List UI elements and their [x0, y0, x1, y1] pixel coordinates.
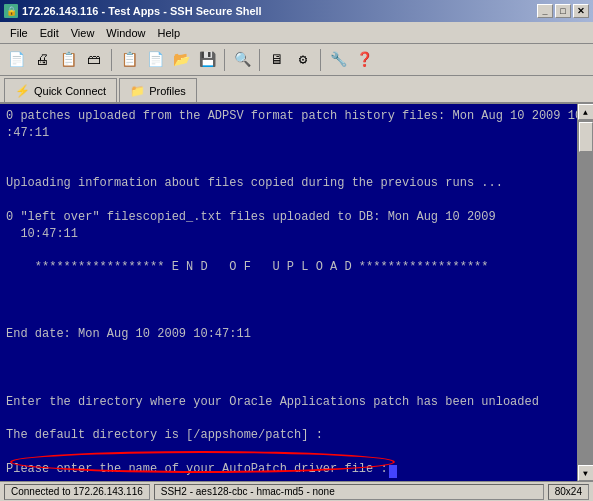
- tab-profiles-label: Profiles: [149, 85, 186, 97]
- terminal-output[interactable]: 0 patches uploaded from the ADPSV format…: [0, 104, 577, 481]
- cursor: [389, 465, 397, 478]
- scrollbar: ▲ ▼: [577, 104, 593, 481]
- minimize-button[interactable]: _: [537, 4, 553, 18]
- scroll-track[interactable]: [578, 120, 594, 465]
- status-connection: Connected to 172.26.143.116: [4, 484, 150, 500]
- toolbar-icon11[interactable]: 🖥: [265, 48, 289, 72]
- toolbar-sep1: [111, 49, 112, 71]
- menu-help[interactable]: Help: [151, 25, 186, 41]
- toolbar-copy[interactable]: 📋: [117, 48, 141, 72]
- toolbar-icon3[interactable]: 📋: [56, 48, 80, 72]
- tab-profiles[interactable]: 📁 Profiles: [119, 78, 197, 102]
- app-icon: 🔒: [4, 4, 18, 18]
- tab-quick-connect-label: Quick Connect: [34, 85, 106, 97]
- toolbar-icon4[interactable]: 🗃: [82, 48, 106, 72]
- menu-window[interactable]: Window: [100, 25, 151, 41]
- menu-view[interactable]: View: [65, 25, 101, 41]
- toolbar-find[interactable]: 🔍: [230, 48, 254, 72]
- profiles-icon: 📁: [130, 84, 145, 98]
- window-title: 172.26.143.116 - Test Apps - SSH Secure …: [22, 5, 262, 17]
- scroll-down-button[interactable]: ▼: [578, 465, 594, 481]
- scroll-up-button[interactable]: ▲: [578, 104, 594, 120]
- toolbar-icon8[interactable]: 💾: [195, 48, 219, 72]
- toolbar-sep2: [224, 49, 225, 71]
- status-size: 80x24: [548, 484, 589, 500]
- status-algorithm: SSH2 - aes128-cbc - hmac-md5 - none: [154, 484, 544, 500]
- toolbar-paste[interactable]: 📄: [143, 48, 167, 72]
- quick-connect-icon: ⚡: [15, 84, 30, 98]
- title-bar: 🔒 172.26.143.116 - Test Apps - SSH Secur…: [0, 0, 593, 22]
- tab-quick-connect[interactable]: ⚡ Quick Connect: [4, 78, 117, 102]
- close-button[interactable]: ✕: [573, 4, 589, 18]
- menu-bar: File Edit View Window Help: [0, 22, 593, 44]
- toolbar-new[interactable]: 📄: [4, 48, 28, 72]
- tab-bar: ⚡ Quick Connect 📁 Profiles: [0, 76, 593, 104]
- title-bar-buttons: _ □ ✕: [537, 4, 589, 18]
- scroll-thumb[interactable]: [579, 122, 593, 152]
- terminal-container: 0 patches uploaded from the ADPSV format…: [0, 104, 593, 481]
- maximize-button[interactable]: □: [555, 4, 571, 18]
- toolbar: 📄 🖨 📋 🗃 📋 📄 📂 💾 🔍 🖥 ⚙ 🔧 ❓: [0, 44, 593, 76]
- toolbar-icon7[interactable]: 📂: [169, 48, 193, 72]
- toolbar-icon13[interactable]: 🔧: [326, 48, 350, 72]
- status-bar: Connected to 172.26.143.116 SSH2 - aes12…: [0, 481, 593, 501]
- algorithm-text: SSH2 - aes128-cbc - hmac-md5 - none: [161, 486, 335, 497]
- toolbar-sep3: [259, 49, 260, 71]
- toolbar-sep4: [320, 49, 321, 71]
- toolbar-icon12[interactable]: ⚙: [291, 48, 315, 72]
- connection-text: Connected to 172.26.143.116: [11, 486, 143, 497]
- size-text: 80x24: [555, 486, 582, 497]
- menu-file[interactable]: File: [4, 25, 34, 41]
- menu-edit[interactable]: Edit: [34, 25, 65, 41]
- toolbar-icon14[interactable]: ❓: [352, 48, 376, 72]
- toolbar-print[interactable]: 🖨: [30, 48, 54, 72]
